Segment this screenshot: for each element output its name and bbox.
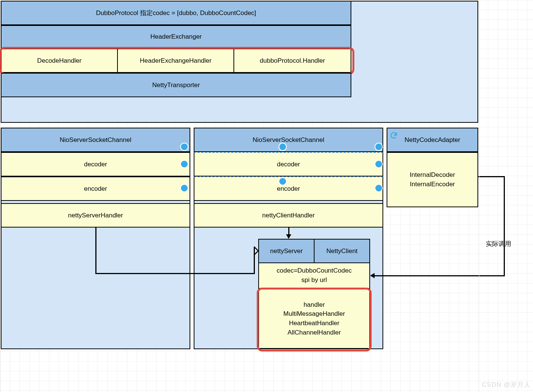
box-decode-handler: DecodeHandler — [1, 48, 118, 73]
label: NettyClient — [326, 247, 357, 255]
box-codec: codec=DubboCountCodec spi by url — [258, 262, 370, 289]
dot-icon — [180, 184, 188, 192]
dot-icon — [180, 160, 188, 168]
box-dubbo-protocol-title: DubboProtocol 指定codec = [dubbo, DubboCou… — [1, 1, 351, 25]
box-netty-client: NettyClient — [314, 239, 370, 263]
label: nettyServer — [270, 247, 303, 255]
box-client-header: NioServerSocketChannel — [194, 128, 383, 152]
label: decoder — [84, 161, 107, 168]
dot-icon — [375, 160, 383, 168]
box-server-header: NioServerSocketChannel — [1, 128, 190, 152]
box-server-encoder: encoder — [1, 176, 190, 201]
label: encoder — [84, 185, 107, 193]
label: DecodeHandler — [37, 57, 81, 65]
label: dubboProtocol.Handler — [260, 57, 325, 65]
arrow-head-left — [370, 273, 375, 278]
label: NioServerSocketChannel — [60, 136, 131, 144]
diagram-canvas: DubboProtocol 指定codec = [dubbo, DubboCou… — [0, 0, 533, 392]
label: nettyClientHandler — [262, 212, 315, 219]
label: spi by url — [301, 276, 327, 285]
dot-icon — [180, 143, 188, 151]
label: NioServerSocketChannel — [253, 136, 324, 144]
box-server-handler: nettyServerHandler — [1, 203, 190, 228]
label-actual-call: 实际调用 — [486, 240, 511, 248]
label: NettyCodecAdapter — [405, 136, 460, 144]
label: HeartbeatHandler — [289, 319, 339, 328]
box-header-exchange-handler: HeaderExchangeHandler — [117, 48, 234, 73]
box-client-encoder: encoder — [194, 176, 383, 201]
box-netty-transporter: NettyTransporter — [1, 73, 351, 97]
dot-icon — [375, 184, 383, 192]
box-handler-stack: handler MultiMessageHandler HeartbeatHan… — [258, 289, 370, 349]
watermark: CSDN @岁月人 — [482, 380, 531, 389]
arrow-segment — [95, 228, 96, 274]
refresh-icon — [390, 131, 398, 140]
label: InternalDecoder — [410, 170, 455, 180]
box-adapter-body: InternalDecoder InternalEncoder — [387, 152, 478, 207]
arrow-head-right-open — [254, 246, 259, 257]
label: DubboProtocol 指定codec = [dubbo, DubboCou… — [96, 9, 256, 17]
arrow-segment — [504, 176, 505, 276]
label: encoder — [277, 185, 300, 193]
box-dubbo-protocol-handler: dubboProtocol.Handler — [233, 48, 351, 73]
dot-icon — [375, 143, 383, 151]
arrow-segment — [95, 273, 254, 274]
box-client-decoder: decoder — [194, 152, 383, 176]
dot-icon — [279, 143, 287, 151]
arrow-head-down — [286, 234, 291, 239]
label: InternalEncoder — [410, 180, 455, 189]
arrow-segment — [375, 275, 505, 276]
label: HeaderExchangeHandler — [140, 57, 212, 65]
box-header-exchanger: HeaderExchanger — [1, 25, 351, 48]
label: HeaderExchanger — [150, 33, 202, 41]
dot-icon — [279, 177, 287, 185]
arrow-segment — [478, 176, 504, 177]
arrow-segment — [288, 228, 289, 235]
box-netty-server: nettyServer — [258, 239, 315, 263]
label: decoder — [277, 161, 300, 168]
box-adapter-header: NettyCodecAdapter — [387, 128, 478, 152]
label: AllChannelHandler — [288, 328, 341, 338]
box-client-handler: nettyClientHandler — [194, 203, 383, 228]
label: handler — [304, 300, 325, 310]
label: nettyServerHandler — [68, 212, 123, 219]
label: NettyTransporter — [152, 81, 200, 89]
box-server-decoder: decoder — [1, 152, 190, 176]
label: MultiMessageHandler — [283, 309, 345, 319]
label: codec=DubboCountCodec — [277, 266, 352, 276]
